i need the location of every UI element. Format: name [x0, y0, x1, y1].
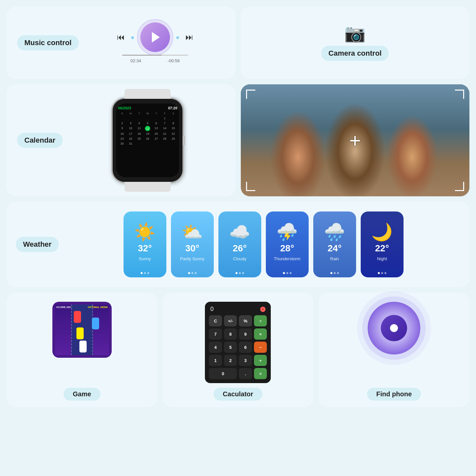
- calc-close-button[interactable]: ✕: [260, 307, 266, 312]
- corner-tr: [455, 90, 464, 99]
- game-score: SCORE 290: [56, 306, 71, 309]
- calendar-grid: S M T W T F S 1 2345678: [118, 111, 177, 146]
- watch-crown: [182, 135, 185, 145]
- calculator-card: 0 ✕ C +/- % ÷ 7 8 9 × 4 5 6 − 1: [163, 293, 314, 407]
- corner-bl: [246, 182, 255, 191]
- watch-band-top: [125, 89, 171, 99]
- next-button[interactable]: ⏭: [185, 33, 193, 42]
- cal-row-1: 1: [118, 116, 177, 121]
- game-label: Game: [64, 388, 100, 401]
- watch-wrap: 06/2023 07:20 S M T W T F S: [70, 98, 225, 183]
- calc-plusminus[interactable]: +/-: [224, 315, 237, 326]
- game-card: SCORE 290 OPTIMAL 99990 Game: [7, 293, 157, 407]
- findphone-card: Find phone: [319, 293, 469, 407]
- sunny-icon: ☀️: [134, 223, 155, 240]
- car-2: [76, 327, 84, 339]
- game-road: SCORE 290 OPTIMAL 99990: [55, 304, 109, 355]
- weather-card-thunder: ⛈️ 28° Thunderstorm: [266, 211, 309, 277]
- camera-label: Camera control: [321, 46, 389, 61]
- weather-card-cloudy: ☁️ 26° Cloudy: [218, 211, 261, 277]
- rain-icon: 🌧️: [324, 223, 345, 240]
- weather-cards: ☀️ 32° Sunny ⛅ 30° Partly Sunny: [67, 211, 460, 277]
- music-label: Music control: [17, 35, 79, 50]
- cal-row-6: 3031: [118, 141, 177, 146]
- watch-date: 06/2023: [118, 106, 131, 110]
- rain-desc: Rain: [330, 256, 339, 261]
- calculator-screen: 0 ✕ C +/- % ÷ 7 8 9 × 4 5 6 − 1: [205, 302, 271, 383]
- cloudy-icon: ☁️: [229, 223, 250, 240]
- cloudy-desc: Cloudy: [233, 256, 246, 261]
- calc-1[interactable]: 1: [209, 355, 222, 366]
- corner-tl: [246, 90, 255, 99]
- calc-divide[interactable]: ÷: [254, 315, 267, 326]
- night-dots: [378, 272, 386, 274]
- diamond-left-icon: ◆: [131, 35, 134, 40]
- play-button[interactable]: [140, 22, 170, 52]
- calc-5[interactable]: 5: [224, 342, 237, 353]
- crosshair-icon: +: [349, 129, 361, 152]
- partly-dots: [188, 272, 197, 274]
- partly-temp: 30°: [185, 243, 199, 254]
- music-buttons: ⏮ ◆ ◆ ⏭: [117, 22, 193, 52]
- find-phone-inner: [381, 315, 407, 341]
- find-dot: [390, 324, 398, 332]
- calc-display-number: 0: [210, 306, 213, 313]
- watch-screen: 06/2023 07:20 S M T W T F S: [116, 103, 179, 177]
- calc-plus[interactable]: +: [254, 355, 267, 366]
- calc-9[interactable]: 9: [239, 328, 252, 340]
- cal-m: M: [126, 111, 135, 116]
- watch-header: 06/2023 07:20: [118, 106, 177, 110]
- cal-w: W: [144, 111, 152, 116]
- calc-c[interactable]: C: [209, 315, 222, 326]
- cloudy-dots: [236, 272, 244, 274]
- photo-frame: +: [241, 84, 470, 196]
- car-4: [92, 318, 99, 329]
- cal-header-row: S M T W T F S: [118, 111, 177, 116]
- weather-card-rain: 🌧️ 24° Rain: [313, 211, 356, 277]
- watch-band-bottom: [125, 182, 171, 192]
- sunny-desc: Sunny: [139, 256, 151, 261]
- car-3: [79, 341, 87, 352]
- calc-dot[interactable]: .: [239, 368, 252, 379]
- sunny-temp: 32°: [138, 243, 152, 254]
- cal-row-3: 9101112131415: [118, 126, 177, 131]
- bottom-row: SCORE 290 OPTIMAL 99990 Game 0 ✕ C +/- %…: [7, 293, 469, 391]
- calendar-card: Calendar 06/2023 07:20 S M T W: [7, 84, 236, 196]
- calc-3[interactable]: 3: [239, 355, 252, 366]
- calc-7[interactable]: 7: [209, 328, 222, 340]
- findphone-label: Find phone: [367, 388, 421, 401]
- weather-card-night: 🌙 22° Night: [361, 211, 404, 277]
- calc-2[interactable]: 2: [224, 355, 237, 366]
- find-phone-icon[interactable]: [368, 302, 420, 354]
- camera-header-card: 📷 Camera control: [241, 7, 470, 79]
- night-desc: Night: [377, 256, 387, 261]
- car-1: [74, 311, 81, 323]
- cal-t1: T: [135, 111, 143, 116]
- music-controls: ⏮ ◆ ◆ ⏭ 02:34 -00:58: [85, 22, 225, 63]
- progress-fill: [122, 55, 162, 56]
- calc-8[interactable]: 8: [224, 328, 237, 340]
- partly-desc: Partly Sunny: [180, 256, 205, 261]
- partly-icon: ⛅: [182, 223, 203, 240]
- progress-bar[interactable]: [122, 55, 188, 56]
- night-icon: 🌙: [371, 223, 393, 240]
- weather-card-sunny: ☀️ 32° Sunny: [124, 211, 166, 277]
- calc-multiply[interactable]: ×: [254, 328, 267, 340]
- music-time: 02:34 -00:58: [130, 58, 180, 63]
- prev-button[interactable]: ⏮: [117, 33, 125, 42]
- calc-4[interactable]: 4: [209, 342, 222, 353]
- rain-temp: 24°: [328, 243, 342, 254]
- time-current: 02:34: [130, 58, 141, 63]
- calc-0[interactable]: 0: [209, 368, 237, 379]
- calc-equals[interactable]: =: [254, 368, 267, 379]
- cal-s2: S: [169, 111, 177, 116]
- game-score2: OPTIMAL 99990: [88, 306, 108, 309]
- calc-minus[interactable]: −: [254, 342, 267, 353]
- calc-percent[interactable]: %: [239, 315, 252, 326]
- calc-buttons: C +/- % ÷ 7 8 9 × 4 5 6 − 1 2 3 + 0: [209, 315, 267, 379]
- time-remaining: -00:58: [168, 58, 180, 63]
- calculator-label: Caculator: [213, 388, 262, 401]
- camera-icon: 📷: [344, 25, 366, 42]
- calc-6[interactable]: 6: [239, 342, 252, 353]
- diamond-right-icon: ◆: [176, 35, 180, 40]
